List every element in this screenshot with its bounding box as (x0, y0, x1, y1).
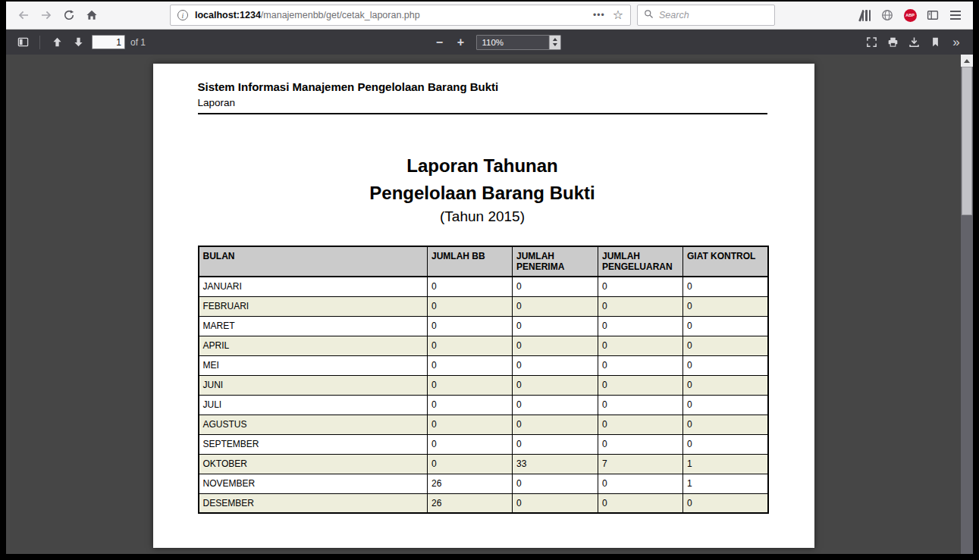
month-cell: FEBRUARI (199, 296, 428, 316)
value-cell: 0 (513, 277, 598, 296)
bookmark-button[interactable] (924, 33, 946, 52)
zoom-in-button[interactable]: + (450, 33, 471, 52)
extension-globe-button[interactable] (876, 4, 899, 27)
search-bar[interactable]: Search (637, 5, 775, 26)
page-area: Sistem Informasi Manajemen Pengelolaan B… (6, 55, 961, 554)
scrollbar-thumb[interactable] (962, 67, 972, 215)
more-tools-button[interactable]: » (946, 33, 967, 52)
report-table: BULAN JUMLAH BB JUMLAH PENERIMA JUMLAH P… (198, 246, 769, 514)
report-table-body: JANUARI0000FEBRUARI0000MARET0000APRIL000… (199, 277, 768, 513)
page-number-input[interactable] (92, 35, 125, 49)
value-cell: 26 (428, 493, 513, 513)
table-row: FEBRUARI0000 (199, 296, 768, 316)
select-spinner-icon[interactable] (548, 36, 560, 49)
browser-toolbar: i localhost:1234/manajemenbb/get/cetak_l… (6, 2, 973, 30)
search-placeholder: Search (659, 10, 689, 20)
table-row: APRIL0000 (199, 336, 768, 355)
value-cell: 0 (598, 415, 683, 434)
back-button[interactable] (12, 4, 35, 27)
presentation-mode-button[interactable] (861, 33, 882, 52)
browser-window: i localhost:1234/manajemenbb/get/cetak_l… (6, 2, 973, 554)
value-cell: 0 (513, 355, 598, 375)
page-actions-icon[interactable]: ••• (593, 10, 605, 20)
value-cell: 0 (683, 316, 768, 336)
value-cell: 0 (598, 493, 683, 513)
value-cell: 0 (513, 493, 598, 513)
report-title-year: (Tahun 2015) (198, 208, 767, 225)
previous-page-button[interactable] (46, 33, 67, 52)
refresh-button[interactable] (58, 4, 80, 27)
forward-icon (40, 9, 52, 21)
value-cell: 0 (428, 355, 513, 375)
month-cell: APRIL (199, 336, 428, 355)
page-count-label: of 1 (130, 37, 146, 48)
download-button[interactable] (903, 33, 924, 52)
header-rule (198, 113, 767, 114)
vertical-scrollbar[interactable] (961, 55, 973, 554)
page-down-icon (73, 36, 84, 48)
sidebar-icon (927, 9, 939, 21)
value-cell: 0 (683, 336, 768, 355)
forward-button[interactable] (35, 4, 58, 27)
value-cell: 0 (428, 454, 513, 474)
next-page-button[interactable] (67, 33, 89, 52)
value-cell: 26 (428, 474, 513, 493)
value-cell: 0 (428, 277, 513, 296)
site-info-icon[interactable]: i (177, 10, 188, 20)
zoom-select[interactable]: 110% (475, 35, 560, 50)
download-icon (908, 36, 920, 48)
sidebar-toggle-button[interactable] (921, 4, 944, 27)
value-cell: 0 (513, 296, 598, 316)
value-cell: 0 (598, 355, 683, 375)
pdf-toolbar: of 1 − + 110% (6, 30, 973, 55)
print-button[interactable] (882, 33, 903, 52)
library-button[interactable] (853, 4, 876, 27)
value-cell: 0 (683, 355, 768, 375)
hamburger-menu-icon (950, 11, 961, 20)
table-header-row: BULAN JUMLAH BB JUMLAH PENERIMA JUMLAH P… (199, 246, 768, 277)
table-row: MARET0000 (199, 316, 768, 336)
value-cell: 1 (683, 474, 768, 493)
value-cell: 0 (428, 415, 513, 434)
home-button[interactable] (80, 4, 103, 27)
value-cell: 0 (683, 493, 768, 513)
adblock-abp-icon: ABP (904, 9, 917, 22)
month-cell: MEI (199, 355, 428, 375)
adblock-button[interactable]: ABP (899, 4, 921, 27)
url-bar[interactable]: i localhost:1234/manajemenbb/get/cetak_l… (170, 5, 631, 26)
pdf-sidebar-icon (17, 36, 29, 48)
toolbar-separator (39, 36, 40, 49)
value-cell: 0 (683, 434, 768, 454)
table-row: SEPTEMBER0000 (199, 434, 768, 454)
refresh-icon (63, 9, 75, 21)
bookmark-star-icon[interactable]: ☆ (613, 9, 623, 21)
column-header: BULAN (199, 246, 428, 277)
value-cell: 0 (683, 277, 768, 296)
pdf-toolbar-right: » (861, 33, 967, 52)
month-cell: SEPTEMBER (199, 434, 428, 454)
scroll-up-button[interactable] (961, 55, 973, 67)
month-cell: AGUSTUS (199, 415, 428, 434)
month-cell: JANUARI (199, 277, 428, 296)
month-cell: JULI (199, 395, 428, 415)
pdf-sidebar-toggle-button[interactable] (12, 33, 33, 52)
url-text[interactable]: localhost:1234/manajemenbb/get/cetak_lap… (195, 10, 588, 20)
column-header: GIAT KONTROL (683, 246, 768, 277)
value-cell: 0 (513, 395, 598, 415)
column-header: JUMLAH PENERIMA (513, 246, 598, 277)
bookmark-icon (930, 36, 941, 48)
value-cell: 0 (513, 375, 598, 395)
table-row: DESEMBER26000 (199, 493, 768, 513)
zoom-out-button[interactable]: − (428, 33, 450, 52)
report-site-title: Sistem Informasi Manajemen Pengelolaan B… (198, 80, 767, 93)
page-up-icon (52, 36, 63, 48)
value-cell: 0 (428, 395, 513, 415)
value-cell: 0 (598, 434, 683, 454)
column-header: JUMLAH BB (428, 246, 513, 277)
home-icon (86, 9, 98, 21)
value-cell: 0 (598, 336, 683, 355)
search-icon (644, 8, 654, 22)
value-cell: 0 (683, 395, 768, 415)
menu-button[interactable] (944, 4, 967, 27)
fullscreen-icon (866, 36, 877, 48)
